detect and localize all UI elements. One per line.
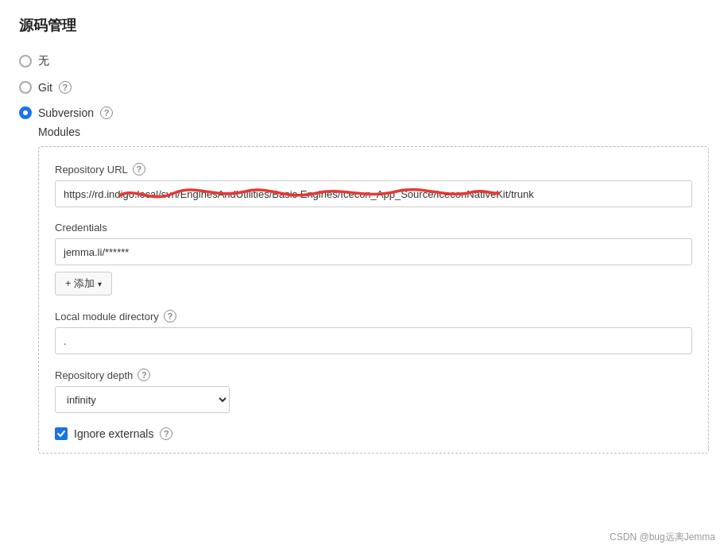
repo-depth-select[interactable]: infinity empty files immediates unknown — [55, 386, 230, 413]
repository-url-wrapper — [55, 180, 692, 207]
ignore-externals-checkbox[interactable] — [55, 427, 68, 440]
radio-label-subversion: Subversion — [38, 106, 94, 119]
local-module-dir-input[interactable] — [55, 327, 692, 354]
modules-dashed-box: Repository URL ? Credentials + 添加 ▾ — [38, 146, 709, 454]
add-credentials-button[interactable]: + 添加 ▾ — [55, 272, 112, 295]
repository-url-group: Repository URL ? — [55, 163, 692, 207]
checkmark-icon — [56, 429, 66, 438]
radio-git[interactable]: Git ? — [19, 81, 709, 94]
ignore-externals-help-icon[interactable]: ? — [160, 427, 172, 440]
local-module-dir-group: Local module directory ? — [55, 310, 692, 354]
local-dir-help-icon[interactable]: ? — [164, 310, 176, 322]
local-module-dir-label: Local module directory ? — [55, 310, 692, 322]
modules-title: Modules — [38, 126, 709, 138]
radio-circle-none — [19, 55, 32, 68]
git-help-icon[interactable]: ? — [59, 81, 72, 94]
radio-circle-git — [19, 81, 32, 94]
repository-url-input[interactable] — [55, 180, 692, 207]
scm-radio-group: 无 Git ? Subversion ? — [19, 54, 709, 119]
modules-section: Modules Repository URL ? Credentials — [38, 126, 709, 454]
radio-subversion[interactable]: Subversion ? — [19, 106, 709, 119]
radio-none[interactable]: 无 — [19, 54, 709, 68]
radio-circle-subversion — [19, 106, 32, 119]
ignore-externals-row[interactable]: Ignore externals ? — [55, 427, 692, 440]
repo-url-help-icon[interactable]: ? — [133, 163, 145, 176]
credentials-input[interactable] — [55, 238, 692, 265]
repo-depth-label: Repository depth ? — [55, 369, 692, 381]
add-credentials-label: + 添加 — [65, 276, 95, 291]
repo-depth-help-icon[interactable]: ? — [137, 369, 150, 381]
credentials-group: Credentials + 添加 ▾ — [55, 222, 692, 295]
credentials-label: Credentials — [55, 222, 692, 234]
subversion-help-icon[interactable]: ? — [100, 106, 113, 119]
repository-url-label: Repository URL ? — [55, 163, 692, 176]
repo-depth-group: Repository depth ? infinity empty files … — [55, 369, 692, 413]
add-credentials-arrow: ▾ — [98, 280, 102, 288]
radio-label-none: 无 — [38, 54, 49, 68]
repo-depth-select-wrapper: infinity empty files immediates unknown — [55, 386, 230, 413]
page-title: 源码管理 — [19, 16, 709, 35]
ignore-externals-label: Ignore externals — [74, 427, 153, 440]
radio-label-git: Git — [38, 81, 52, 94]
